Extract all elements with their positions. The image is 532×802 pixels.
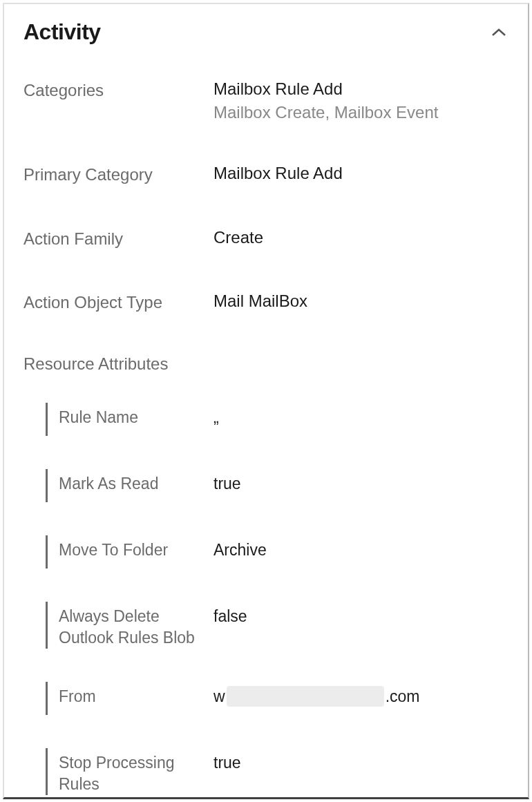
attr-label: Always Delete Outlook Rules Blob xyxy=(59,602,213,649)
attr-always-delete-outlook-rules-blob: Always Delete Outlook Rules Blob false xyxy=(23,602,509,649)
chevron-up-icon xyxy=(491,28,506,37)
field-categories: Categories Mailbox Rule Add Mailbox Crea… xyxy=(23,78,509,122)
field-value: Create xyxy=(213,227,263,249)
field-subvalue: Mailbox Create, Mailbox Event xyxy=(213,103,438,122)
indent-bar xyxy=(46,602,48,649)
attr-move-to-folder: Move To Folder Archive xyxy=(23,535,509,569)
redacted-block xyxy=(227,686,384,707)
field-value: Mailbox Rule Add xyxy=(213,78,438,100)
indent-bar xyxy=(46,403,48,436)
panel-title: Activity xyxy=(23,19,101,45)
field-value-wrap: Mailbox Rule Add Mailbox Create, Mailbox… xyxy=(213,78,438,122)
attr-stop-processing-rules: Stop Processing Rules true xyxy=(23,748,509,795)
collapse-toggle[interactable] xyxy=(489,23,509,42)
resource-attributes-label: Resource Attributes xyxy=(23,354,509,374)
attr-value: false xyxy=(213,602,247,627)
indent-bar xyxy=(46,748,48,795)
panel-header: Activity xyxy=(23,19,509,45)
field-action-family: Action Family Create xyxy=(23,227,509,250)
activity-panel: Activity Categories Mailbox Rule Add Mai… xyxy=(3,3,529,799)
field-label: Action Object Type xyxy=(23,290,213,314)
attr-value: „ xyxy=(213,403,219,428)
attr-value: true xyxy=(213,469,241,495)
attr-value: true xyxy=(213,748,241,774)
from-suffix: .com xyxy=(386,686,420,707)
field-value: Mail MailBox xyxy=(213,290,307,312)
field-label: Categories xyxy=(23,78,213,102)
attr-label: Mark As Read xyxy=(59,469,213,495)
attr-label: Rule Name xyxy=(59,403,213,428)
attr-label: Stop Processing Rules xyxy=(59,748,213,795)
attr-rule-name: Rule Name „ xyxy=(23,403,509,436)
attr-value: w .com xyxy=(213,682,419,707)
attr-value: Archive xyxy=(213,535,267,561)
field-value: Mailbox Rule Add xyxy=(213,162,343,184)
attr-label: Move To Folder xyxy=(59,535,213,561)
field-primary-category: Primary Category Mailbox Rule Add xyxy=(23,162,509,186)
indent-bar xyxy=(46,535,48,569)
attr-from: From w .com xyxy=(23,682,509,715)
attr-mark-as-read: Mark As Read true xyxy=(23,469,509,502)
field-label: Action Family xyxy=(23,227,213,250)
indent-bar xyxy=(46,469,48,502)
field-action-object-type: Action Object Type Mail MailBox xyxy=(23,290,509,314)
attr-label: From xyxy=(59,682,213,707)
from-prefix: w xyxy=(213,686,225,707)
field-label: Primary Category xyxy=(23,162,213,186)
indent-bar xyxy=(46,682,48,715)
